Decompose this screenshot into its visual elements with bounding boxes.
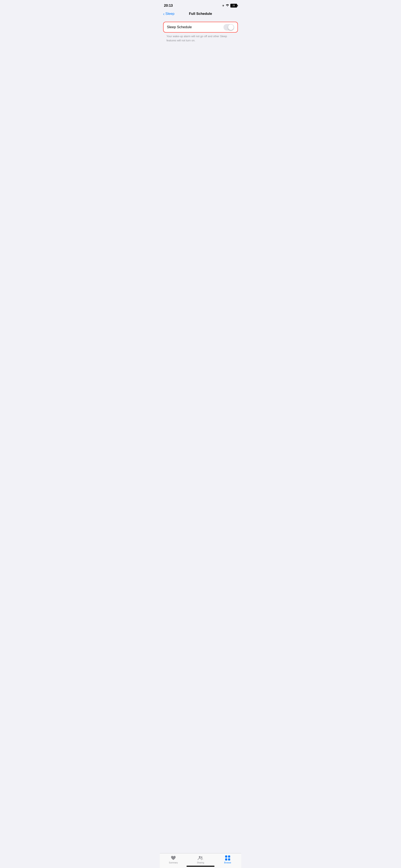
page-title: Full Schedule xyxy=(189,12,212,16)
status-icons: ✈ 77 xyxy=(222,4,237,7)
airplane-icon: ✈ xyxy=(222,4,224,7)
battery-icon: 77 xyxy=(230,4,237,7)
back-button[interactable]: ‹ Sleep xyxy=(163,12,175,16)
toggle-knob xyxy=(228,25,234,30)
sleep-schedule-toggle[interactable] xyxy=(223,24,234,31)
sleep-schedule-label: Sleep Schedule xyxy=(167,25,192,29)
sleep-schedule-row: Sleep Schedule xyxy=(163,22,238,33)
wifi-icon xyxy=(226,4,229,7)
back-label: Sleep xyxy=(165,12,175,16)
nav-header: ‹ Sleep Full Schedule xyxy=(160,10,241,19)
sleep-schedule-description: Your wake-up alarm will not go off and o… xyxy=(163,33,238,42)
back-chevron-icon: ‹ xyxy=(163,12,164,16)
main-content: Sleep Schedule Your wake-up alarm will n… xyxy=(160,19,241,42)
status-bar: 20:13 ✈ 77 xyxy=(160,0,241,10)
status-time: 20:13 xyxy=(164,4,173,8)
